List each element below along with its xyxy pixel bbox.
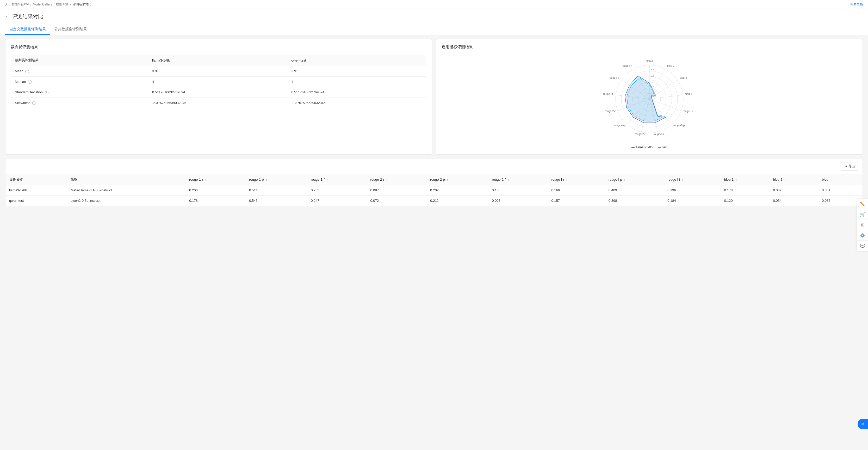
sort-icon[interactable]: ↕ (327, 178, 328, 181)
col-llama: llama3-1-8b (148, 55, 287, 66)
skewness-info-icon[interactable]: i (32, 101, 36, 105)
svg-text:rouge-2-r: rouge-2-r (605, 110, 616, 113)
skewness-qwen: -2.3767596639032345 (287, 97, 427, 108)
sort-icon[interactable]: ↕ (624, 178, 625, 181)
col-rouge-l-p[interactable]: rouge-l-p ↕ (605, 174, 664, 185)
svg-text:bleu-1: bleu-1 (646, 60, 653, 62)
median-llama: 4 (148, 76, 287, 87)
svg-text:rouge-l-p: rouge-l-p (609, 76, 619, 79)
radar-legend: llama3-1-8b test (631, 145, 668, 149)
top-bar: 人工智能平台PAI / Model Gallery / 模型评测 / 评测结果对… (0, 0, 868, 9)
svg-text:rouge-1-f: rouge-1-f (683, 110, 693, 113)
col-rouge-2-p[interactable]: rouge-2-p ↕ (427, 174, 488, 185)
export-button[interactable]: ↗ 导出 (841, 162, 858, 170)
svg-text:rouge-2-f: rouge-2-f (635, 133, 646, 136)
col-bleu-3[interactable]: bleu- ↕ (818, 174, 863, 185)
edit-icon[interactable]: ✏️ (857, 199, 868, 209)
svg-text:rouge-2-p: rouge-2-p (614, 124, 626, 127)
back-button[interactable]: ← (5, 15, 9, 19)
help-link[interactable]: 帮助文档 (850, 2, 863, 6)
col-task-name: 任务名称 (5, 174, 67, 185)
page-title: 评测结果对比 (12, 13, 43, 20)
svg-text:rouge-1-r: rouge-1-r (653, 133, 664, 136)
col-rouge-1-p[interactable]: rouge-1-p ↕ (245, 174, 307, 185)
col-qwen: qwen-test (287, 55, 427, 66)
col-model: 模型 (67, 174, 185, 185)
breadcrumb-item-1[interactable]: 人工智能平台PAI (5, 2, 29, 6)
svg-text:0.6: 0.6 (651, 63, 654, 66)
legend-test: test (662, 145, 668, 149)
task-qwen: qwen-test (5, 196, 67, 206)
tab-custom-dataset[interactable]: 自定义数据集评测结果 (5, 24, 50, 35)
sort-icon[interactable]: ↕ (205, 178, 206, 181)
mean-qwen: 3.91 (287, 66, 427, 77)
table-row: Skewness i -2.3767596639032345 -2.376759… (11, 97, 427, 108)
col-rouge-l-r[interactable]: rouge-l-r ↕ (548, 174, 605, 185)
sort-icon[interactable]: ↕ (508, 178, 509, 181)
model-llama: Meta-Llama-3.1-8B-Instruct (67, 185, 185, 196)
sort-icon[interactable]: ↕ (832, 178, 833, 181)
svg-text:0.3: 0.3 (651, 80, 654, 83)
table-row: StandardDeviation i 0.5117616632769594 0… (11, 87, 427, 98)
svg-text:rouge-1-p: rouge-1-p (673, 124, 685, 127)
table-row: Mean i 3.91 3.91 (11, 66, 427, 77)
col-rouge-1-f[interactable]: rouge-1-f ↕ (307, 174, 367, 185)
svg-text:0.4: 0.4 (651, 75, 654, 77)
breadcrumb: 人工智能平台PAI / Model Gallery / 模型评测 / 评测结果对… (5, 2, 91, 6)
tab-bar: 自定义数据集评测结果 公共数据集评测结果 (5, 24, 863, 35)
table-row: qwen-test qwen2-0.5b-instruct 0.178 0.54… (5, 196, 863, 206)
bottom-table-section: ↗ 导出 任务名称 模型 rouge-1-r ↕ rouge-1-p (5, 159, 863, 206)
sort-icon[interactable]: ↕ (266, 178, 267, 181)
sort-icon[interactable]: ↕ (386, 178, 388, 181)
export-icon: ↗ (844, 165, 847, 168)
col-rouge-2-r[interactable]: rouge-2-r ↕ (367, 174, 427, 185)
stddev-qwen: 0.5117616632769594 (287, 87, 427, 98)
breadcrumb-item-2[interactable]: Model Gallery (33, 3, 52, 6)
col-bleu-2[interactable]: bleu-2 ↕ (769, 174, 818, 185)
tab-public-dataset[interactable]: 公共数据集评测结果 (50, 24, 91, 35)
col-rouge-l-f[interactable]: rouge-l-f ↕ (664, 174, 720, 185)
median-info-icon[interactable]: i (28, 80, 32, 84)
svg-text:bleu-2: bleu-2 (667, 64, 675, 67)
stddev-info-icon[interactable]: i (45, 91, 49, 94)
judge-eval-card: 裁判员评测结果 裁判员评测结果 llama3-1-8b qwen-test Me… (5, 39, 432, 154)
col-metric: 裁判员评测结果 (11, 55, 148, 66)
svg-text:rouge-l-f: rouge-l-f (603, 92, 613, 95)
sort-icon[interactable]: ↕ (784, 178, 786, 181)
model-qwen: qwen2-0.5b-instruct (67, 196, 185, 206)
sort-icon[interactable]: ↕ (682, 178, 683, 181)
legend-llama: llama3-1-8b (636, 145, 653, 149)
svg-text:bleu-4: bleu-4 (685, 92, 692, 95)
col-rouge-1-r[interactable]: rouge-1-r ↕ (185, 174, 245, 185)
radar-eval-card: 通用指标评测结果 (436, 39, 863, 154)
breadcrumb-item-3[interactable]: 模型评测 (56, 2, 68, 6)
breadcrumb-item-4: 评测结果对比 (73, 2, 91, 6)
mean-info-icon[interactable]: i (25, 69, 29, 73)
svg-text:rouge-l-r: rouge-l-r (622, 64, 632, 67)
svg-text:bleu-3: bleu-3 (680, 76, 687, 79)
stddev-llama: 0.5117616632769594 (148, 87, 287, 98)
median-qwen: 4 (287, 76, 427, 87)
page-header: ← 评测结果对比 自定义数据集评测结果 公共数据集评测结果 (0, 9, 868, 35)
cart-icon[interactable]: 🛒 (857, 209, 868, 210)
table-row: llama3-1-8b Meta-Llama-3.1-8B-Instruct 0… (5, 185, 863, 196)
task-llama: llama3-1-8b (5, 185, 67, 196)
mean-llama: 3.91 (148, 66, 287, 77)
table-row: Median i 4 4 (11, 76, 427, 87)
sort-icon[interactable]: ↕ (447, 178, 448, 181)
skewness-llama: -2.3767596639032345 (148, 97, 287, 108)
col-rouge-2-f[interactable]: rouge-2-f ↕ (488, 174, 548, 185)
sort-icon[interactable]: ↕ (736, 178, 737, 181)
sort-icon[interactable]: ↕ (566, 178, 567, 181)
radar-card-title: 通用指标评测结果 (441, 45, 857, 50)
judge-card-title: 裁判员评测结果 (11, 45, 427, 50)
right-sidebar: ✏️ 🛒 ⊞ ⚙️ 💬 (857, 199, 868, 210)
col-bleu-1[interactable]: bleu-1 ↕ (720, 174, 770, 185)
svg-text:0.5: 0.5 (651, 69, 654, 72)
